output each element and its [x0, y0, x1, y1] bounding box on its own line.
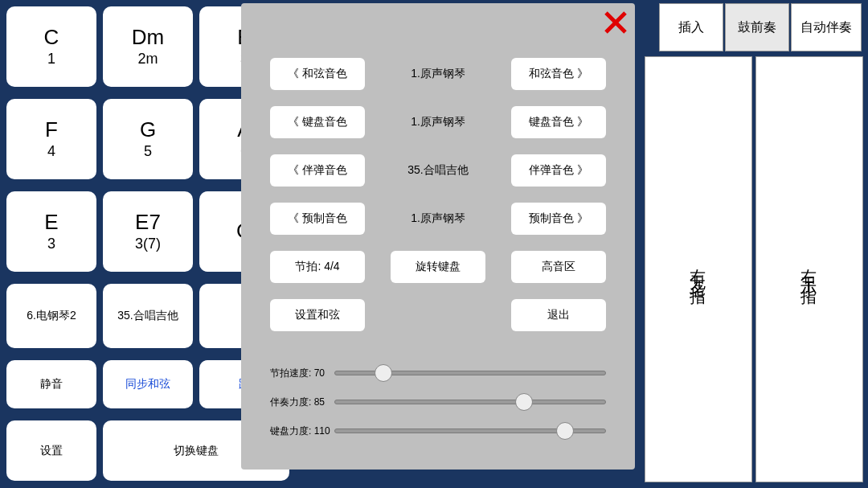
chord-cell-0[interactable]: C1: [6, 6, 96, 87]
chord-note: F: [45, 118, 58, 141]
slider-track-2[interactable]: [334, 429, 606, 433]
chord-note: Dm: [132, 26, 164, 49]
modal-mid-label-1: 1.原声钢琴: [390, 115, 486, 129]
chord-sub: 3(7): [135, 236, 161, 252]
chord-cell-6[interactable]: E3: [6, 191, 96, 272]
modal-row-2: 《 伴弹音色35.合唱吉他伴弹音色 》: [270, 154, 606, 187]
modal-prev-button-2[interactable]: 《 伴弹音色: [270, 154, 365, 187]
slider-label-0: 节拍速度: 70: [270, 367, 325, 380]
slider-label-2: 键盘力度: 110: [270, 424, 325, 438]
modal-next-button-4[interactable]: 高音区: [511, 251, 606, 283]
chord-note: C: [44, 26, 59, 49]
slider-thumb-1[interactable]: [515, 393, 533, 411]
modal-next-button-5[interactable]: 退出: [511, 299, 606, 331]
slider-track-1[interactable]: [334, 400, 606, 404]
right-panel-1[interactable]: 右手小指: [755, 56, 863, 482]
modal-next-button-1[interactable]: 键盘音色 》: [511, 106, 606, 138]
modal-row-0: 《 和弦音色1.原声钢琴和弦音色 》: [270, 58, 606, 90]
chord-cell-4[interactable]: G5: [103, 99, 193, 179]
modal-prev-button-3[interactable]: 《 预制音色: [270, 203, 365, 235]
chord-note: E: [44, 211, 58, 234]
modal-row-1: 《 键盘音色1.原声钢琴键盘音色 》: [270, 106, 606, 138]
modal-next-button-3[interactable]: 预制音色 》: [511, 203, 606, 235]
modal-row-3: 《 预制音色1.原声钢琴预制音色 》: [270, 203, 606, 235]
modal-prev-button-5[interactable]: 设置和弦: [270, 299, 365, 331]
modal-prev-button-4[interactable]: 节拍: 4/4: [270, 251, 365, 283]
bottom-cell-0[interactable]: 设置: [6, 420, 96, 481]
modal-row-5: 设置和弦退出: [270, 299, 606, 331]
slider-label-1: 伴奏力度: 85: [270, 396, 325, 409]
modal-mid-label-3: 1.原声钢琴: [390, 211, 486, 226]
chord-sub: 1: [47, 51, 55, 68]
chord-note: E7: [135, 211, 161, 234]
control-cell-0[interactable]: 静音: [6, 360, 96, 408]
chord-note: G: [140, 118, 156, 141]
chord-sub: 4: [47, 143, 55, 160]
instrument-cell-1[interactable]: 35.合唱吉他: [103, 284, 193, 348]
top-button-1[interactable]: 鼓前奏: [725, 3, 789, 51]
slider-track-0[interactable]: [334, 371, 606, 375]
slider-thumb-0[interactable]: [375, 364, 392, 382]
top-button-2[interactable]: 自动伴奏: [791, 3, 862, 51]
modal-next-button-2[interactable]: 伴弹音色 》: [511, 154, 606, 187]
slider-thumb-2[interactable]: [556, 422, 574, 440]
modal-mid-label-2: 35.合唱吉他: [390, 163, 486, 178]
chord-sub: 5: [144, 143, 152, 160]
settings-modal: 《 和弦音色1.原声钢琴和弦音色 》《 键盘音色1.原声钢琴键盘音色 》《 伴弹…: [241, 3, 635, 470]
right-panel-0[interactable]: 右无名指: [645, 56, 752, 482]
control-cell-1[interactable]: 同步和弦: [103, 360, 193, 408]
chord-cell-3[interactable]: F4: [6, 99, 96, 179]
close-icon[interactable]: [601, 8, 630, 37]
chord-sub: 2m: [137, 51, 158, 68]
instrument-cell-0[interactable]: 6.电钢琴2: [6, 284, 96, 348]
chord-cell-7[interactable]: E73(7): [103, 191, 193, 272]
chord-sub: 3: [47, 236, 55, 252]
chord-cell-1[interactable]: Dm2m: [103, 6, 193, 87]
modal-row-4: 节拍: 4/4旋转键盘高音区: [270, 251, 606, 283]
modal-mid-label-0: 1.原声钢琴: [390, 67, 486, 81]
slider-row-1: 伴奏力度: 85: [270, 388, 606, 416]
slider-row-2: 键盘力度: 110: [270, 416, 606, 445]
slider-row-0: 节拍速度: 70: [270, 359, 606, 388]
modal-next-button-0[interactable]: 和弦音色 》: [511, 58, 606, 90]
top-button-0[interactable]: 插入: [659, 3, 723, 51]
modal-prev-button-1[interactable]: 《 键盘音色: [270, 106, 365, 138]
modal-mid-button-4[interactable]: 旋转键盘: [391, 251, 485, 283]
modal-prev-button-0[interactable]: 《 和弦音色: [270, 58, 365, 90]
